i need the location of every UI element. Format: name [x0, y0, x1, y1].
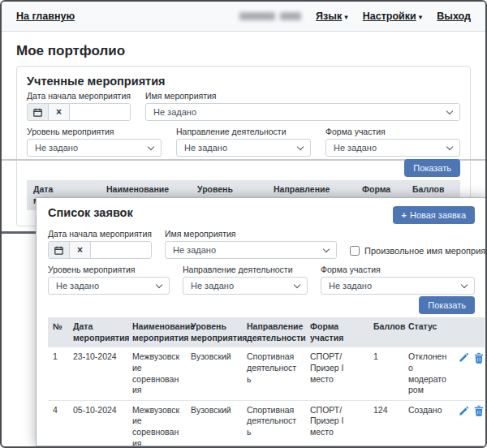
show-button[interactable]: Показать — [419, 296, 475, 314]
cell-date: 05-10-2024 — [68, 400, 127, 446]
date-input[interactable] — [91, 242, 151, 258]
cell-points: 1 — [368, 347, 403, 400]
participation-select[interactable]: Не задано — [321, 277, 475, 295]
navbar-right: Язык▾ Настройки▾ Выход — [239, 11, 471, 22]
cell-direction: Спортивная деятельность — [242, 347, 305, 400]
chevron-down-icon — [297, 143, 304, 149]
custom-name-checkbox[interactable] — [350, 246, 360, 256]
col-participation: Форма участия — [305, 317, 368, 347]
chevron-down-icon — [323, 245, 330, 252]
cell-num: 4 — [48, 400, 68, 446]
delete-icon[interactable] — [474, 405, 484, 416]
level-filter: Уровень мероприятия Не задано — [27, 127, 162, 157]
calendar-button[interactable] — [28, 104, 49, 120]
top-navbar: На главную Язык▾ Настройки▾ Выход — [2, 2, 485, 32]
edit-icon[interactable] — [459, 352, 469, 363]
level-select[interactable]: Не задано — [48, 277, 170, 295]
select-value: Не задано — [334, 143, 377, 153]
participation-filter: Форма участия Не задано — [325, 127, 460, 157]
participation-label: Форма участия — [321, 265, 475, 274]
accounted-events-title: Учтенные мероприятия — [27, 75, 460, 88]
level-label: Уровень мероприятия — [27, 127, 162, 136]
screenshot-frame: На главную Язык▾ Настройки▾ Выход Мое по… — [0, 0, 487, 448]
col-status: Статус — [403, 317, 454, 347]
event-name-label: Имя мероприятия — [165, 229, 337, 239]
cell-level: Вузовский — [186, 347, 242, 400]
event-name-select[interactable]: Не задано — [145, 103, 460, 121]
date-filter: Дата начала мероприятия × — [27, 91, 131, 121]
clear-date-button[interactable]: × — [70, 242, 91, 258]
home-link[interactable]: На главную — [16, 11, 75, 22]
participation-select[interactable]: Не задано — [325, 139, 460, 157]
direction-label: Направление деятельности — [183, 265, 308, 274]
row-actions — [454, 347, 485, 400]
table-header-row: № Дата мероприятия Наименование мероприя… — [48, 317, 485, 347]
col-direction: Направление деятельности — [242, 317, 305, 347]
settings-menu[interactable]: Настройки▾ — [363, 11, 422, 22]
cell-level: Вузовский — [186, 400, 242, 446]
language-menu[interactable]: Язык▾ — [316, 11, 348, 22]
direction-filter: Направление деятельности Не задано — [183, 265, 308, 295]
cell-status: Создано — [403, 400, 454, 446]
plus-icon: + — [402, 210, 407, 220]
accounted-filter-row-1: Дата начала мероприятия × Имя мероприяти… — [27, 91, 460, 121]
applications-filter-row-1: Дата начала мероприятия × Имя мероприяти… — [48, 229, 475, 259]
chevron-down-icon — [446, 107, 453, 114]
cell-status: Отклонено модератором — [403, 347, 454, 400]
chevron-down-icon — [148, 143, 154, 149]
event-name-filter: Имя мероприятия Не задано — [165, 229, 337, 259]
cell-participation: СПОРТ/Призер I место — [305, 400, 368, 446]
date-filter-label: Дата начала мероприятия — [48, 229, 152, 239]
applications-title: Список заявок — [48, 206, 133, 219]
close-icon: × — [56, 106, 62, 118]
close-icon: × — [77, 244, 83, 256]
date-filter-label: Дата начала мероприятия — [27, 91, 131, 101]
date-filter: Дата начала мероприятия × — [48, 229, 152, 259]
applications-table-body: 123-10-2024Межвузовские соревнованияВузо… — [48, 347, 485, 446]
date-input[interactable] — [70, 104, 130, 120]
edit-icon[interactable] — [459, 406, 469, 416]
level-select[interactable]: Не задано — [27, 139, 162, 157]
direction-select[interactable]: Не задано — [176, 139, 311, 157]
select-value: Не задано — [329, 281, 372, 291]
select-value: Не задано — [56, 281, 99, 291]
accounted-filter-row-2: Уровень мероприятия Не задано Направлени… — [27, 127, 460, 157]
applications-panel: Список заявок +Новая заявка Дата начала … — [36, 197, 487, 446]
cell-name: Межвузовские соревнования — [127, 400, 186, 446]
custom-name-filter: Произвольное имя мероприятия — [350, 246, 487, 259]
custom-name-label: Произвольное имя мероприятия — [364, 246, 487, 256]
cell-date: 23-10-2024 — [68, 347, 127, 400]
event-name-filter: Имя мероприятия Не задано — [145, 91, 460, 121]
new-application-button[interactable]: +Новая заявка — [393, 206, 475, 224]
settings-label: Настройки — [363, 11, 416, 22]
chevron-down-icon — [446, 143, 453, 149]
table-row: 123-10-2024Межвузовские соревнованияВузо… — [48, 347, 485, 400]
accounted-show-row: Показать — [27, 159, 460, 177]
direction-select[interactable]: Не задано — [183, 277, 308, 295]
col-points: Баллов — [368, 317, 403, 347]
participation-filter: Форма участия Не задано — [321, 265, 475, 295]
new-application-label: Новая заявка — [410, 210, 466, 220]
applications-header: Список заявок +Новая заявка — [48, 206, 475, 224]
direction-filter: Направление деятельности Не задано — [176, 127, 311, 157]
clear-date-button[interactable]: × — [49, 104, 70, 120]
row-actions — [454, 400, 485, 446]
calendar-icon — [54, 246, 63, 255]
chevron-down-icon — [156, 281, 162, 287]
col-date: Дата мероприятия — [68, 317, 127, 347]
user-name-redacted — [239, 12, 301, 20]
cell-participation: СПОРТ/Призер I место — [305, 347, 368, 400]
calendar-button[interactable] — [49, 242, 70, 258]
language-label: Язык — [316, 11, 342, 22]
level-label: Уровень мероприятия — [48, 265, 170, 274]
table-row: 405-10-2024Межвузовские соревнованияВузо… — [48, 400, 485, 446]
show-button[interactable]: Показать — [404, 159, 460, 177]
cell-num: 1 — [48, 347, 68, 400]
date-input-group: × — [27, 103, 131, 121]
delete-icon[interactable] — [474, 352, 484, 364]
cell-name: Межвузовские соревнования — [127, 347, 186, 400]
cell-direction: Спортивная деятельность — [242, 400, 305, 446]
level-filter: Уровень мероприятия Не задано — [48, 265, 170, 295]
logout-link[interactable]: Выход — [437, 11, 471, 22]
event-name-select[interactable]: Не задано — [165, 241, 337, 259]
